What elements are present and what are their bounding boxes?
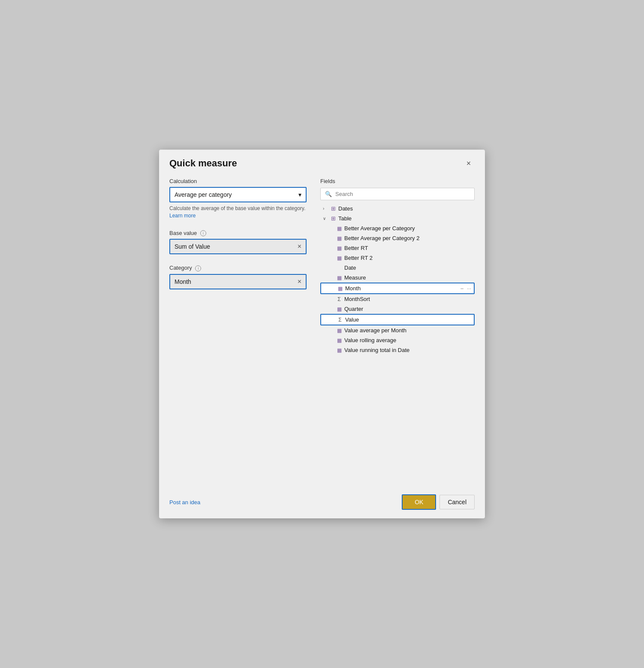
category-clear-button[interactable]: × — [298, 278, 301, 285]
tree-item-better-rt-2[interactable]: ▦Better RT 2 — [320, 253, 475, 263]
tree-item-measure[interactable]: ▦Measure — [320, 273, 475, 283]
tree-item-date[interactable]: Date — [320, 263, 475, 273]
tree-label: Better Average per Category 2 — [344, 235, 472, 241]
close-button[interactable]: × — [463, 157, 475, 169]
tree-label: Better RT — [344, 245, 472, 251]
tree-item-value-rolling[interactable]: ▦Value rolling average — [320, 335, 475, 345]
tree-label: Better RT 2 — [344, 255, 472, 261]
tree-icon: ▦ — [336, 337, 343, 343]
tree-label: Table — [338, 215, 472, 222]
tree-label: Quarter — [344, 306, 472, 312]
dropdown-arrow-icon: ▾ — [298, 191, 301, 198]
tree-label: Value rolling average — [344, 337, 472, 343]
tree-item-dates[interactable]: ›⊞Dates — [320, 204, 475, 214]
left-panel: Calculation Average per category ▾ Calcu… — [169, 178, 307, 486]
post-idea-link[interactable]: Post an idea — [169, 499, 200, 506]
search-box: 🔍 — [320, 188, 475, 200]
tree-icon: ▦ — [336, 347, 343, 353]
base-value-info-icon: i — [200, 230, 206, 236]
tree-icon: ▦ — [336, 275, 343, 281]
tree-icon: ▦ — [337, 286, 343, 292]
tree-label: Measure — [344, 274, 472, 281]
base-value: Sum of Value — [175, 243, 210, 250]
dialog-footer: Post an idea OK Cancel — [159, 486, 485, 518]
tree-action-dots[interactable]: ··· — [467, 286, 471, 292]
tree-icon: ⊞ — [330, 215, 337, 222]
tree-chevron: ∨ — [323, 216, 328, 221]
tree-item-month[interactable]: ▦Month–··· — [320, 283, 475, 294]
search-icon: 🔍 — [325, 191, 332, 197]
tree-icon: ▦ — [336, 226, 343, 232]
tree-label: Date — [344, 265, 472, 271]
tree-icon: Σ — [337, 317, 343, 323]
tree-item-better-avg[interactable]: ▦Better Average per Category — [320, 223, 475, 233]
dialog-title: Quick measure — [169, 158, 237, 169]
tree-icon: Σ — [336, 296, 343, 302]
tree-label: Value — [345, 316, 471, 323]
tree-icon — [336, 265, 343, 271]
category-value: Month — [175, 278, 191, 285]
tree-item-table[interactable]: ∨⊞Table — [320, 214, 475, 223]
tree-item-value-running[interactable]: ▦Value running total in Date — [320, 345, 475, 355]
tree-icon: ▦ — [336, 235, 343, 241]
category-label: Category i — [169, 265, 307, 271]
tree-item-quarter[interactable]: ▦Quarter — [320, 304, 475, 314]
calculation-value: Average per category — [175, 191, 232, 198]
tree-icon: ▦ — [336, 328, 343, 334]
tree-icon: ▦ — [336, 306, 343, 312]
cancel-button[interactable]: Cancel — [439, 495, 475, 509]
fields-label: Fields — [320, 178, 475, 184]
search-input[interactable] — [335, 191, 470, 197]
tree-label: MonthSort — [344, 296, 472, 302]
dialog-body: Calculation Average per category ▾ Calcu… — [159, 174, 485, 486]
calculation-dropdown[interactable]: Average per category ▾ — [169, 187, 307, 202]
tree-label: Better Average per Category — [344, 225, 472, 232]
category-info-icon: i — [195, 265, 201, 271]
quick-measure-dialog: Quick measure × Calculation Average per … — [159, 150, 485, 518]
tree-label: Dates — [338, 205, 472, 212]
tree-item-monthsort[interactable]: ΣMonthSort — [320, 294, 475, 304]
tree-icon: ▦ — [336, 245, 343, 251]
category-field[interactable]: Month × — [169, 274, 307, 289]
learn-more-link[interactable]: Learn more — [169, 213, 196, 219]
tree-item-actions: –··· — [460, 286, 471, 292]
base-value-label: Base value i — [169, 230, 307, 237]
footer-buttons: OK Cancel — [402, 494, 475, 510]
tree-item-better-avg-2[interactable]: ▦Better Average per Category 2 — [320, 233, 475, 243]
base-value-field[interactable]: Sum of Value × — [169, 239, 307, 254]
right-panel: Fields 🔍 ›⊞Dates∨⊞Table▦Better Average p… — [320, 178, 475, 486]
calculation-description: Calculate the average of the base value … — [169, 205, 307, 220]
tree-chevron: › — [323, 206, 328, 211]
tree-item-value[interactable]: ΣValue — [320, 314, 475, 325]
calculation-label: Calculation — [169, 178, 307, 184]
tree-item-value-avg-month[interactable]: ▦Value average per Month — [320, 325, 475, 335]
tree-label: Value average per Month — [344, 327, 472, 334]
tree-action-minus[interactable]: – — [460, 286, 463, 292]
tree-icon: ⊞ — [330, 205, 337, 212]
fields-tree: ›⊞Dates∨⊞Table▦Better Average per Catego… — [320, 204, 475, 486]
ok-button[interactable]: OK — [402, 494, 436, 510]
tree-item-better-rt[interactable]: ▦Better RT — [320, 243, 475, 253]
tree-label: Month — [345, 285, 459, 292]
tree-label: Value running total in Date — [344, 347, 472, 353]
tree-icon: ▦ — [336, 255, 343, 261]
base-value-clear-button[interactable]: × — [298, 243, 301, 250]
dialog-header: Quick measure × — [159, 150, 485, 174]
